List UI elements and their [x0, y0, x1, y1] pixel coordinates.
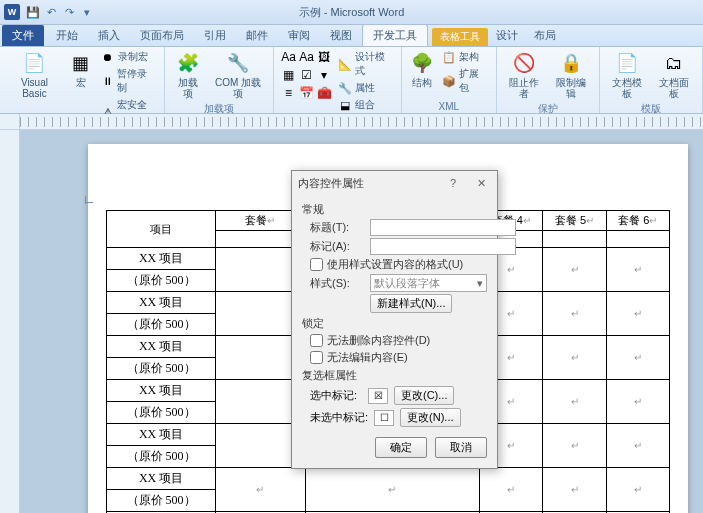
picture-control-icon[interactable]: 🖼: [316, 49, 332, 65]
checked-label: 选中标记:: [310, 388, 362, 403]
macros-button[interactable]: ▦宏: [67, 49, 95, 90]
qat-dropdown-icon[interactable]: ▾: [80, 5, 94, 19]
title-input[interactable]: [370, 219, 516, 236]
template-icon: 📄: [615, 51, 639, 75]
panel-icon: 🗂: [662, 51, 686, 75]
document-title: 示例 - Microsoft Word: [299, 5, 405, 20]
undo-icon[interactable]: ↶: [44, 5, 58, 19]
dialog-title-text: 内容控件属性: [298, 176, 364, 191]
group-label: XML: [408, 100, 489, 113]
schema-icon: 📋: [442, 50, 456, 64]
vertical-ruler[interactable]: [0, 130, 20, 513]
tab-table-layout[interactable]: 布局: [526, 25, 564, 46]
dialog-titlebar[interactable]: 内容控件属性 ? ✕: [292, 171, 497, 195]
richtext-control-icon[interactable]: Aa: [280, 49, 296, 65]
restrict-editing-button[interactable]: 🔒限制编辑: [550, 49, 593, 101]
section-general: 常规: [302, 202, 487, 217]
header-project: 项目: [150, 223, 172, 235]
word-app-icon: W: [4, 4, 20, 20]
tab-home[interactable]: 开始: [46, 25, 88, 46]
design-mode-button[interactable]: 📐设计模式: [336, 49, 395, 79]
unchecked-symbol-box: ☐: [374, 410, 394, 426]
title-bar: W 💾 ↶ ↷ ▾ 示例 - Microsoft Word: [0, 0, 703, 25]
section-checkbox-props: 复选框属性: [302, 368, 487, 383]
doc-template-button[interactable]: 📄文档模板: [606, 49, 649, 101]
group-button[interactable]: ⬓组合: [336, 97, 395, 113]
change-unchecked-button[interactable]: 更改(N)...: [400, 408, 460, 427]
tab-mailings[interactable]: 邮件: [236, 25, 278, 46]
doc-panel-button[interactable]: 🗂文档面板: [653, 49, 696, 101]
dropdown-control-icon[interactable]: ≡: [280, 85, 296, 101]
cancel-button[interactable]: 取消: [435, 437, 487, 458]
change-checked-button[interactable]: 更改(C)...: [394, 386, 454, 405]
block-control-icon[interactable]: ▦: [280, 67, 296, 83]
no-delete-checkbox[interactable]: [310, 334, 323, 347]
header-col1: 套餐: [245, 214, 267, 226]
section-lock: 锁定: [302, 316, 487, 331]
close-icon[interactable]: ✕: [471, 177, 491, 190]
structure-button[interactable]: 🌳结构: [408, 49, 436, 90]
tab-developer[interactable]: 开发工具: [362, 24, 428, 46]
combo-control-icon[interactable]: ▾: [316, 67, 332, 83]
tab-insert[interactable]: 插入: [88, 25, 130, 46]
record-macro-button[interactable]: ⏺录制宏: [99, 49, 158, 65]
margin-marker: [85, 196, 97, 208]
ribbon-tabs: 文件 开始 插入 页面布局 引用 邮件 审阅 视图 开发工具 表格工具 设计 布…: [0, 25, 703, 47]
addins-button[interactable]: 🧩加载项: [171, 49, 204, 101]
dialog-body: 常规 标题(T): 标记(A): 使用样式设置内容的格式(U) 样式(S): 默…: [292, 195, 497, 468]
context-tab-group: 表格工具: [432, 28, 488, 46]
tag-input[interactable]: [370, 238, 516, 255]
vb-icon: 📄: [22, 51, 46, 75]
schema-button[interactable]: 📋架构: [440, 49, 489, 65]
checkbox-control-icon[interactable]: ☑: [298, 67, 314, 83]
structure-icon: 🌳: [410, 51, 434, 75]
tab-file[interactable]: 文件: [2, 25, 44, 46]
addin-icon: 🧩: [176, 51, 200, 75]
no-edit-label: 无法编辑内容(E): [327, 350, 408, 365]
tab-review[interactable]: 审阅: [278, 25, 320, 46]
redo-icon[interactable]: ↷: [62, 5, 76, 19]
properties-button[interactable]: 🔧属性: [336, 80, 395, 96]
no-edit-checkbox[interactable]: [310, 351, 323, 364]
no-delete-label: 无法删除内容控件(D): [327, 333, 430, 348]
horizontal-ruler[interactable]: [20, 114, 703, 130]
tab-view[interactable]: 视图: [320, 25, 362, 46]
design-icon: 📐: [338, 57, 352, 71]
save-icon[interactable]: 💾: [26, 5, 40, 19]
pause-icon: ⏸: [101, 74, 115, 88]
tab-table-design[interactable]: 设计: [488, 25, 526, 46]
ribbon: 📄Visual Basic ▦宏 ⏺录制宏 ⏸暂停录制 ⚠宏安全性 代码 🧩加载…: [0, 47, 703, 114]
style-combobox[interactable]: 默认段落字体: [370, 274, 487, 292]
expansion-button[interactable]: 📦扩展包: [440, 66, 489, 96]
content-control-properties-dialog: 内容控件属性 ? ✕ 常规 标题(T): 标记(A): 使用样式设置内容的格式(…: [291, 170, 498, 469]
legacy-controls-icon[interactable]: 🧰: [316, 85, 332, 101]
date-control-icon[interactable]: 📅: [298, 85, 314, 101]
visual-basic-button[interactable]: 📄Visual Basic: [6, 49, 63, 101]
header-col6: 套餐 6: [618, 214, 649, 226]
tab-references[interactable]: 引用: [194, 25, 236, 46]
ribbon-group-addins: 🧩加载项 🔧COM 加载项 加载项: [165, 47, 274, 113]
new-style-button[interactable]: 新建样式(N)...: [370, 294, 452, 313]
pause-recording-button[interactable]: ⏸暂停录制: [99, 66, 158, 96]
expand-icon: 📦: [442, 74, 456, 88]
ok-button[interactable]: 确定: [375, 437, 427, 458]
table-row: XX 项目↵↵↵↵↵: [107, 468, 670, 490]
ribbon-group-controls: Aa Aa 🖼 ▦ ☑ ▾ ≡ 📅 🧰 📐设计模式 🔧属性 ⬓组合 控件: [274, 47, 402, 113]
com-icon: 🔧: [226, 51, 250, 75]
tag-label: 标记(A):: [310, 239, 366, 254]
style-label: 样式(S):: [310, 276, 366, 291]
ribbon-group-xml: 🌳结构 📋架构 📦扩展包 XML: [402, 47, 496, 113]
group-icon: ⬓: [338, 98, 352, 112]
checked-symbol-box: ☒: [368, 388, 388, 404]
unchecked-label: 未选中标记:: [310, 410, 368, 425]
tab-layout[interactable]: 页面布局: [130, 25, 194, 46]
ruler-corner: [0, 114, 20, 130]
title-label: 标题(T):: [310, 220, 366, 235]
block-authors-button[interactable]: 🚫阻止作者: [503, 49, 546, 101]
quick-access-toolbar: 💾 ↶ ↷ ▾: [26, 5, 94, 19]
help-icon[interactable]: ?: [443, 177, 463, 190]
text-control-icon[interactable]: Aa: [298, 49, 314, 65]
use-style-checkbox[interactable]: [310, 258, 323, 271]
com-addins-button[interactable]: 🔧COM 加载项: [209, 49, 268, 101]
ribbon-group-template: 📄文档模板 🗂文档面板 模版: [600, 47, 703, 113]
